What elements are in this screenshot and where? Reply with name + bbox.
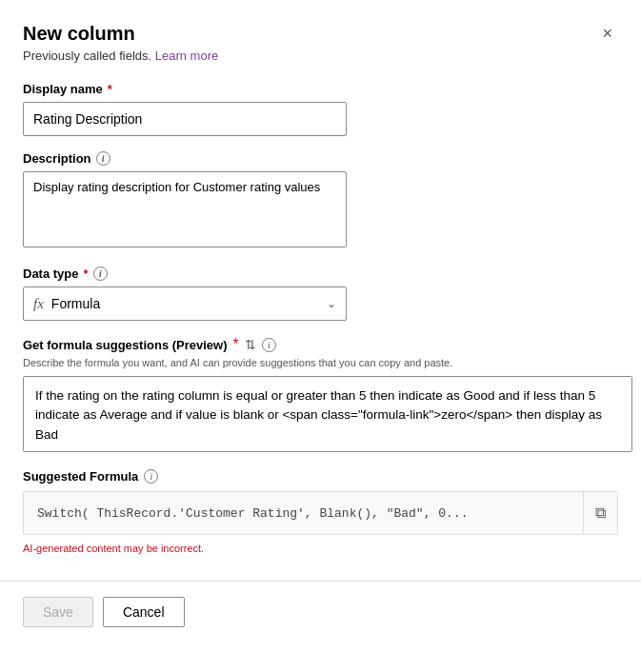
display-name-input[interactable] — [23, 102, 347, 136]
formula-input-wrapper: If the rating on the rating column is eq… — [23, 376, 632, 456]
formula-suggestions-section: Get formula suggestions (Preview) * ⇅ i … — [23, 336, 618, 456]
data-type-value: Formula — [51, 296, 327, 311]
subtitle-text: Previously called fields. — [23, 49, 151, 63]
required-star-type: * — [84, 267, 89, 281]
description-label: Description i — [23, 151, 618, 166]
formula-info-icon[interactable]: i — [262, 338, 276, 352]
description-input[interactable]: Display rating description for Customer … — [23, 171, 347, 247]
cycle-icon[interactable]: ⇅ — [245, 337, 256, 352]
data-type-group: Data type * i fx Formula ⌄ — [23, 267, 618, 321]
formula-subtitle: Describe the formula you want, and AI ca… — [23, 357, 618, 368]
display-name-label: Display name * — [23, 82, 618, 96]
dialog-subtitle: Previously called fields. Learn more — [23, 49, 618, 63]
ai-disclaimer: AI-generated content may be incorrect. — [23, 543, 618, 554]
suggested-label-row: Suggested Formula i — [23, 469, 618, 484]
description-info-icon[interactable]: i — [96, 151, 110, 166]
copy-button[interactable]: ⧉ — [584, 491, 618, 535]
formula-code-row: Switch( ThisRecord.'Customer Rating', Bl… — [23, 491, 618, 535]
display-name-group: Display name * — [23, 82, 618, 136]
cancel-button[interactable]: Cancel — [103, 597, 185, 627]
fx-icon: fx — [33, 296, 44, 312]
divider — [0, 581, 641, 582]
chevron-down-icon: ⌄ — [327, 297, 336, 310]
suggested-formula-section: Suggested Formula i Switch( ThisRecord.'… — [23, 469, 618, 573]
dialog-title: New column — [23, 23, 135, 45]
data-type-label: Data type * i — [23, 267, 618, 281]
dialog-header: New column × — [23, 23, 618, 45]
formula-textarea[interactable]: If the rating on the rating column is eq… — [23, 376, 632, 452]
new-column-dialog: New column × Previously called fields. L… — [0, 0, 641, 672]
learn-more-link[interactable]: Learn more — [155, 49, 218, 63]
suggested-info-icon[interactable]: i — [144, 469, 158, 484]
suggested-formula-label: Suggested Formula — [23, 469, 138, 484]
formula-required-star: * — [233, 336, 239, 353]
formula-code-display: Switch( ThisRecord.'Customer Rating', Bl… — [23, 491, 584, 535]
formula-suggestions-label: Get formula suggestions (Preview) — [23, 338, 228, 352]
data-type-select[interactable]: fx Formula ⌄ — [23, 287, 347, 321]
data-type-info-icon[interactable]: i — [93, 267, 108, 281]
required-star: * — [108, 82, 112, 96]
formula-label-row: Get formula suggestions (Preview) * ⇅ i — [23, 336, 618, 353]
close-button[interactable]: × — [596, 23, 618, 44]
save-button[interactable]: Save — [23, 597, 93, 627]
description-group: Description i Display rating description… — [23, 151, 618, 251]
action-row: Save Cancel — [23, 597, 618, 627]
